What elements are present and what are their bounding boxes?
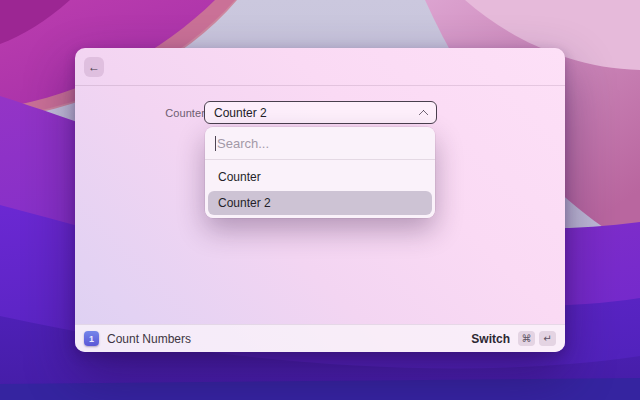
switch-action-label: Switch [471,332,510,346]
text-caret [215,136,216,151]
count-numbers-app-icon: 1 [84,331,99,346]
chevron-up-icon [419,110,429,120]
window-header: ← [75,48,565,86]
back-button[interactable]: ← [84,57,104,77]
return-key-icon: ↵ [539,331,556,346]
field-label-counter: Counter [115,107,205,119]
dropdown-option-counter[interactable]: Counter [208,165,432,189]
counter-dropdown-panel: Counter Counter 2 [205,127,435,218]
command-title: Count Numbers [107,332,191,346]
switch-action-button[interactable]: Switch ⌘ ↵ [471,331,556,346]
dropdown-search-row [205,127,435,159]
dropdown-options-list: Counter Counter 2 [205,160,435,218]
arrow-left-icon: ← [88,57,100,77]
counter-select[interactable]: Counter 2 [204,101,437,124]
launcher-window: ← Counter Counter 2 Counter Counter 2 1 … [75,48,565,352]
dropdown-option-counter-2[interactable]: Counter 2 [208,191,432,215]
counter-select-value: Counter 2 [214,106,420,120]
dropdown-search-input[interactable] [217,136,425,151]
command-key-icon: ⌘ [518,331,535,346]
window-footer: 1 Count Numbers Switch ⌘ ↵ [75,324,565,352]
